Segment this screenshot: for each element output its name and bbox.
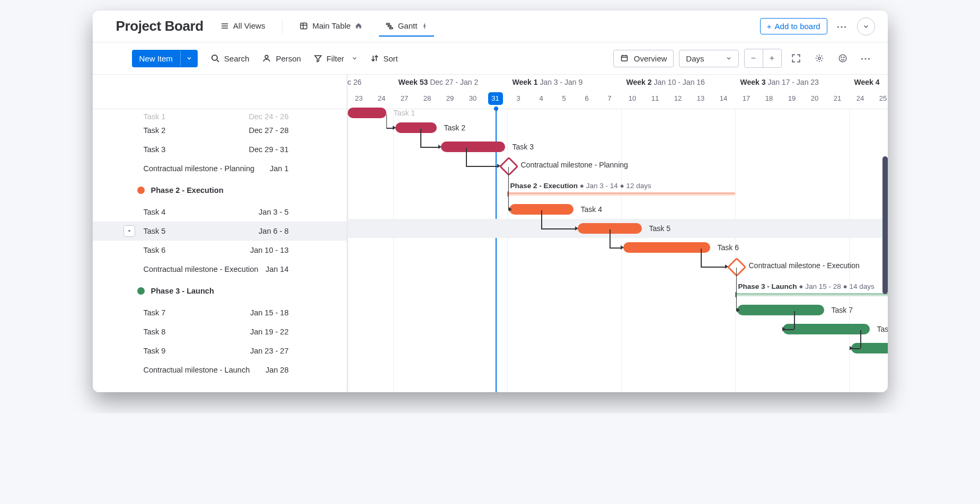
vertical-scrollbar[interactable] — [882, 109, 888, 392]
svg-point-18 — [818, 57, 820, 60]
day-label[interactable]: 3 — [507, 92, 530, 105]
group-row[interactable]: Phase 3 - Launch — [93, 279, 347, 303]
board-title[interactable]: Project Board — [116, 18, 204, 34]
header-bar: Project Board All Views Main Table Gantt… — [93, 11, 888, 42]
timeline-panel[interactable]: c 26Week 53 Dec 27 - Jan 2Week 1 Jan 3 -… — [347, 75, 888, 392]
day-label[interactable]: 20 — [804, 92, 826, 105]
fullscreen-button[interactable] — [787, 49, 805, 67]
phase-bar[interactable] — [507, 192, 735, 196]
task-row[interactable]: Task 9Jan 23 - 27 — [93, 341, 347, 360]
task-row[interactable]: Task 3Dec 29 - 31 — [93, 140, 347, 159]
task-row[interactable]: Task 5Jan 6 - 8 — [93, 222, 347, 241]
day-label[interactable]: 30 — [462, 92, 484, 105]
new-item-dropdown[interactable] — [180, 51, 198, 66]
day-label[interactable]: 23 — [348, 92, 370, 105]
filter-button[interactable]: Filter — [314, 54, 358, 63]
milestone-row[interactable]: Contractual milestone - LaunchJan 28 — [93, 360, 347, 379]
chevron-down-icon — [862, 23, 870, 30]
overview-select[interactable]: Overview — [613, 50, 674, 67]
task-name: Contractual milestone - Execution — [144, 265, 259, 273]
day-label[interactable]: 27 — [393, 92, 416, 105]
task-row[interactable]: Task 6Jan 10 - 13 — [93, 241, 347, 260]
task-name: Task 4 — [144, 208, 166, 216]
day-label[interactable]: 12 — [667, 92, 690, 105]
gantt-body: Task 1Dec 24 - 26Task 2Dec 27 - 28Task 3… — [93, 75, 888, 392]
bar-label: Task 6 — [718, 242, 739, 253]
more-menu-button[interactable]: ⋯ — [834, 18, 851, 35]
task-row[interactable]: Task 4Jan 3 - 5 — [93, 202, 347, 222]
day-label[interactable]: 21 — [826, 92, 849, 105]
gantt-bar[interactable]: Task 2 — [395, 122, 437, 133]
milestone-label: Contractual milestone - Planning — [521, 161, 628, 169]
all-views-button[interactable]: All Views — [214, 16, 272, 37]
scrollbar-thumb[interactable] — [882, 156, 888, 294]
tab-gantt[interactable]: Gantt — [379, 16, 435, 37]
milestone-row[interactable]: Contractual milestone - ExecutionJan 14 — [93, 260, 347, 279]
day-label[interactable]: 4 — [530, 92, 553, 105]
day-label[interactable]: 18 — [758, 92, 781, 105]
day-label[interactable]: 5 — [553, 92, 576, 105]
day-label[interactable]: 17 — [735, 92, 758, 105]
gantt-icon — [385, 22, 394, 30]
task-name: Task 3 — [144, 145, 166, 154]
feedback-button[interactable] — [834, 49, 852, 67]
person-filter-button[interactable]: Person — [262, 54, 301, 63]
task-row[interactable]: Task 8Jan 19 - 22 — [93, 322, 347, 341]
timeline-row: Task 7 — [348, 300, 888, 320]
day-label[interactable]: 7 — [598, 92, 621, 105]
gantt-bar[interactable]: Task 4 — [509, 204, 573, 215]
gantt-bar[interactable]: Task 6 — [623, 242, 710, 253]
sort-button[interactable]: Sort — [370, 54, 398, 63]
timescale-label: Days — [686, 54, 704, 63]
home-icon — [355, 22, 362, 29]
list-icon — [220, 22, 229, 30]
more-button[interactable]: ⋯ — [857, 49, 875, 67]
gantt-bar[interactable]: Task 8 — [783, 324, 870, 334]
day-label[interactable]: 28 — [416, 92, 439, 105]
day-label[interactable]: 29 — [439, 92, 462, 105]
timescale-select[interactable]: Days — [679, 50, 738, 67]
day-label[interactable]: 6 — [576, 92, 598, 105]
week-label: Week 2 Jan 10 - Jan 16 — [626, 78, 705, 86]
group-row[interactable]: Phase 2 - Execution — [93, 178, 347, 202]
gantt-bar[interactable]: Task 5 — [578, 223, 642, 234]
task-row[interactable]: Task 7Jan 15 - 18 — [93, 303, 347, 322]
collapse-button[interactable] — [857, 17, 875, 36]
day-label[interactable]: 13 — [690, 92, 712, 105]
svg-rect-6 — [386, 23, 390, 25]
day-label[interactable]: 11 — [644, 92, 667, 105]
group-color-dot — [137, 187, 145, 194]
zoom-out-button[interactable]: − — [745, 49, 763, 67]
person-label: Person — [276, 54, 301, 63]
timeline-row: Task 8 — [348, 320, 888, 339]
settings-button[interactable] — [810, 49, 828, 67]
dots-icon: ⋯ — [860, 52, 871, 65]
milestone-diamond[interactable] — [499, 157, 518, 176]
timeline-grid[interactable]: Task 1Task 2Task 3Contractual milestone … — [347, 109, 888, 392]
today-marker[interactable]: 31 — [488, 92, 503, 105]
phase-bar[interactable] — [735, 293, 888, 296]
gantt-bar[interactable]: Task 7 — [737, 305, 824, 315]
gantt-bar[interactable]: Task 1 — [348, 108, 386, 118]
week-label: Week 53 Dec 27 - Jan 2 — [399, 78, 479, 86]
zoom-in-button[interactable]: + — [763, 49, 781, 67]
day-label[interactable]: 25 — [872, 92, 888, 105]
task-row[interactable]: Task 1Dec 24 - 26 — [93, 109, 347, 121]
add-to-board-button[interactable]: + Add to board — [760, 18, 827, 34]
new-item-button[interactable]: New Item — [132, 50, 198, 67]
task-row[interactable]: Task 2Dec 27 - 28 — [93, 121, 347, 140]
day-label[interactable]: 19 — [781, 92, 804, 105]
milestone-diamond[interactable] — [727, 258, 746, 277]
tab-main-table[interactable]: Main Table — [293, 16, 368, 37]
day-label[interactable]: 14 — [712, 92, 735, 105]
left-header-spacer — [93, 75, 347, 109]
search-button[interactable]: Search — [210, 54, 250, 63]
day-label[interactable]: 10 — [621, 92, 644, 105]
dots-icon: ⋯ — [836, 20, 847, 33]
day-label[interactable]: 24 — [849, 92, 872, 105]
expand-button[interactable] — [123, 225, 135, 237]
day-label[interactable]: 24 — [370, 92, 393, 105]
gantt-bar[interactable]: Task 3 — [441, 142, 505, 152]
milestone-row[interactable]: Contractual milestone - PlanningJan 1 — [93, 159, 347, 178]
week-label: Week 1 Jan 3 - Jan 9 — [513, 78, 583, 86]
